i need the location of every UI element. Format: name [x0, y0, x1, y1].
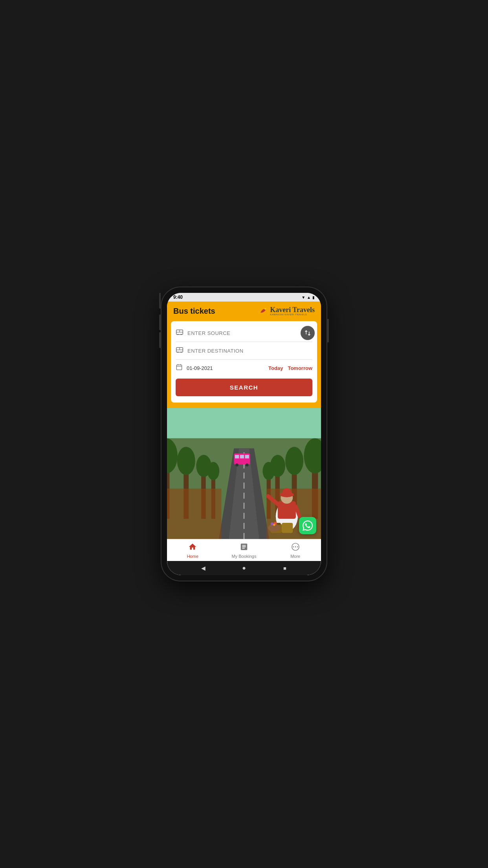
- nav-home[interactable]: Home: [167, 542, 218, 559]
- search-button[interactable]: SEARCH: [176, 379, 312, 396]
- date-row: 01-09-2021 Today Tomorrow: [176, 360, 312, 375]
- source-row: [176, 324, 312, 342]
- svg-rect-40: [245, 455, 249, 458]
- source-icon-wrap: [176, 328, 183, 338]
- destination-bus-icon: [176, 346, 183, 354]
- app-title: Bus tickets: [173, 307, 215, 316]
- signal-icon: ▲: [307, 295, 311, 300]
- svg-point-4: [181, 334, 182, 335]
- status-time: 9:40: [173, 294, 183, 300]
- nav-home-label: Home: [187, 554, 198, 559]
- phone-screen: 9:40 ▼ ▲ ▮ Bus tickets Kaveri Travels: [167, 293, 321, 575]
- brand-subtitle: KAMAKSHI KAVERI TRAVELS: [270, 313, 307, 316]
- home-button[interactable]: [240, 564, 248, 572]
- today-button[interactable]: Today: [268, 365, 283, 371]
- svg-point-8: [178, 352, 179, 353]
- svg-point-3: [178, 334, 179, 335]
- hero-area: [167, 408, 321, 539]
- nav-bookings-label: My Bookings: [232, 554, 257, 559]
- brand-icon-svg: [257, 305, 268, 316]
- status-icons: ▼ ▲ ▮: [301, 295, 315, 300]
- date-value[interactable]: 01-09-2021: [187, 365, 264, 371]
- nav-more[interactable]: More: [270, 542, 321, 559]
- svg-point-24: [177, 447, 195, 475]
- tomorrow-button[interactable]: Tomorrow: [288, 365, 312, 371]
- source-bus-icon: [176, 328, 183, 336]
- bottom-nav: Home My Bookings: [167, 539, 321, 561]
- svg-point-49: [282, 488, 291, 497]
- whatsapp-icon: [303, 520, 313, 531]
- android-nav: [167, 561, 321, 575]
- destination-row: [176, 342, 312, 360]
- svg-point-41: [235, 463, 238, 467]
- bookings-icon: [240, 542, 248, 553]
- brand-travels: Travels: [291, 306, 315, 314]
- svg-rect-38: [235, 455, 239, 458]
- hero-scene-svg: [167, 408, 321, 539]
- destination-icon-wrap: [176, 346, 183, 355]
- svg-rect-39: [240, 455, 244, 458]
- svg-point-1: [264, 308, 266, 310]
- app-header: Bus tickets Kaveri Travels KAMAKSHI KAVE…: [167, 302, 321, 321]
- wifi-icon: ▼: [301, 295, 305, 300]
- recent-button[interactable]: [281, 564, 289, 572]
- svg-point-36: [262, 462, 275, 480]
- svg-point-42: [246, 463, 249, 467]
- brand-name: Kaveri Travels: [270, 306, 315, 313]
- calendar-icon: [176, 364, 183, 372]
- svg-point-60: [293, 546, 294, 548]
- battery-icon: ▮: [312, 295, 315, 300]
- svg-point-59: [295, 546, 296, 548]
- svg-rect-43: [167, 489, 221, 539]
- svg-point-61: [297, 546, 298, 548]
- more-icon: [291, 542, 300, 553]
- svg-rect-54: [282, 523, 293, 533]
- search-card: 01-09-2021 Today Tomorrow SEARCH: [167, 321, 321, 408]
- nav-more-label: More: [290, 554, 300, 559]
- svg-point-9: [181, 352, 182, 353]
- svg-point-32: [285, 447, 303, 475]
- source-input[interactable]: [187, 330, 312, 336]
- status-bar: 9:40 ▼ ▲ ▮: [167, 293, 321, 302]
- swap-button[interactable]: [301, 326, 315, 340]
- nav-my-bookings[interactable]: My Bookings: [218, 542, 270, 559]
- brand-text: Kaveri Travels KAMAKSHI KAVERI TRAVELS: [270, 306, 315, 316]
- svg-point-58: [273, 524, 275, 526]
- svg-rect-12: [176, 365, 182, 370]
- back-button[interactable]: [199, 564, 207, 572]
- phone-frame: 9:40 ▼ ▲ ▮ Bus tickets Kaveri Travels: [161, 287, 327, 581]
- brand-kaveri: Kaveri: [270, 306, 291, 314]
- destination-input[interactable]: [187, 348, 312, 354]
- home-icon: [188, 542, 197, 553]
- search-inner: 01-09-2021 Today Tomorrow SEARCH: [171, 321, 317, 403]
- whatsapp-fab[interactable]: [299, 517, 316, 534]
- swap-icon: [304, 329, 311, 337]
- brand-logo: Kaveri Travels KAMAKSHI KAVERI TRAVELS: [257, 305, 315, 316]
- svg-point-28: [207, 462, 220, 480]
